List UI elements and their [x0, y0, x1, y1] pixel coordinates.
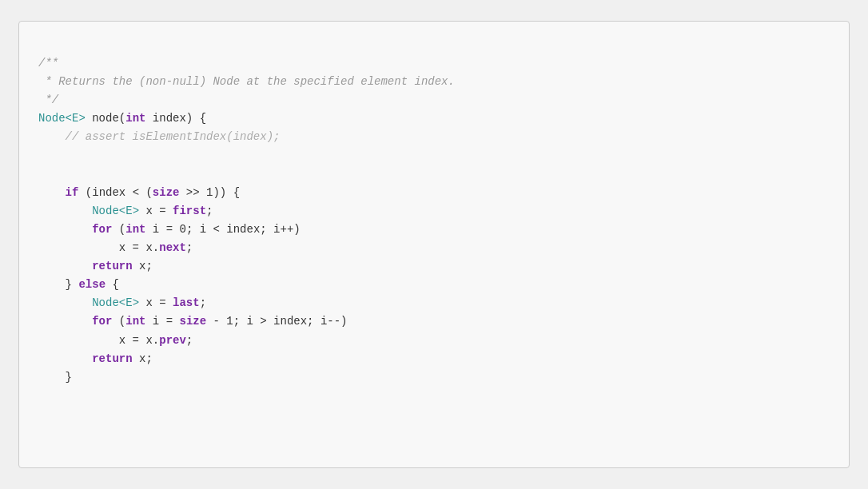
method-name: node( — [86, 112, 125, 125]
keyword-int-1: int — [125, 112, 145, 125]
else-line: } — [38, 278, 78, 291]
keyword-int-3: int — [125, 315, 145, 328]
x-prev-line: x = x. — [38, 334, 159, 347]
comment-line-3: */ — [38, 93, 58, 106]
keyword-for-2: for — [92, 315, 112, 328]
else-brace: { — [106, 278, 119, 291]
for-params-2-rest: - 1; i > index; i--) — [206, 315, 347, 328]
blank-line-1 — [38, 168, 45, 181]
node-x-first-line — [38, 205, 92, 217]
keyword-last: last — [173, 296, 200, 309]
code-content: /** * Returns the (non-null) Node at the… — [38, 36, 830, 405]
keyword-prev: prev — [159, 334, 186, 347]
x-next-line: x = x. — [38, 241, 159, 254]
return-x-1-line — [38, 260, 92, 272]
for-params-1-rest: i = 0; i < index; i++) — [145, 223, 300, 236]
if-operator: >> 1)) { — [179, 186, 240, 199]
keyword-return-2: return — [92, 352, 132, 365]
node-x-last-line — [38, 296, 92, 309]
close-brace: } — [38, 371, 72, 384]
keyword-first: first — [173, 205, 206, 217]
node-type-1: Node<E> — [92, 205, 139, 217]
code-panel: /** * Returns the (non-null) Node at the… — [18, 21, 850, 468]
for-params-2-i: i = — [145, 315, 179, 328]
for-line-1 — [38, 223, 92, 236]
for-line-2 — [38, 315, 92, 328]
node-type-2: Node<E> — [92, 296, 139, 309]
keyword-else: else — [78, 278, 106, 291]
return-x-1-val: x; — [133, 260, 153, 272]
x-assign-last: x = — [139, 296, 173, 309]
semi-3: ; — [200, 296, 206, 309]
keyword-size-2: size — [179, 315, 206, 328]
for-params-1-open: ( — [112, 223, 125, 236]
method-signature-type: Node<E> — [38, 112, 86, 125]
comment-line-2: * Returns the (non-null) Node at the spe… — [38, 75, 455, 88]
inline-comment: // assert isElementIndex(index); — [38, 130, 280, 143]
keyword-size-1: size — [153, 186, 180, 199]
if-condition: (index < ( — [78, 186, 152, 199]
keyword-next: next — [159, 241, 186, 254]
if-keyword-line — [38, 186, 66, 199]
for-params-2-open: ( — [112, 315, 125, 328]
keyword-return-1: return — [92, 260, 132, 272]
return-x-2-val: x; — [133, 352, 153, 365]
keyword-if: if — [66, 186, 79, 199]
method-params: index) { — [145, 112, 206, 125]
keyword-for-1: for — [92, 223, 112, 236]
semi-1: ; — [206, 205, 213, 217]
comment-line-1: /** — [38, 57, 58, 70]
semi-4: ; — [186, 334, 193, 347]
x-assign-first: x = — [139, 205, 173, 217]
return-x-2-line — [38, 352, 92, 365]
semi-2: ; — [186, 241, 193, 254]
keyword-int-2: int — [125, 223, 145, 236]
